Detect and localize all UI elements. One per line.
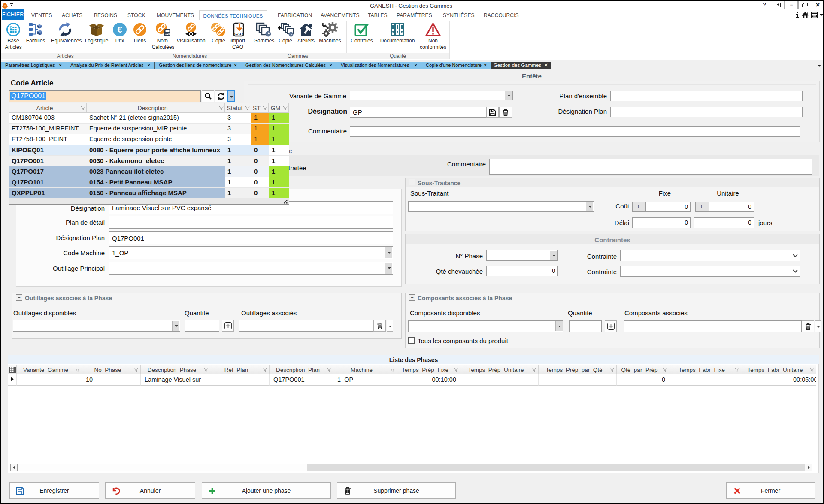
svg-text:CAO: CAO bbox=[234, 32, 243, 36]
svg-text:€: € bbox=[117, 25, 122, 34]
